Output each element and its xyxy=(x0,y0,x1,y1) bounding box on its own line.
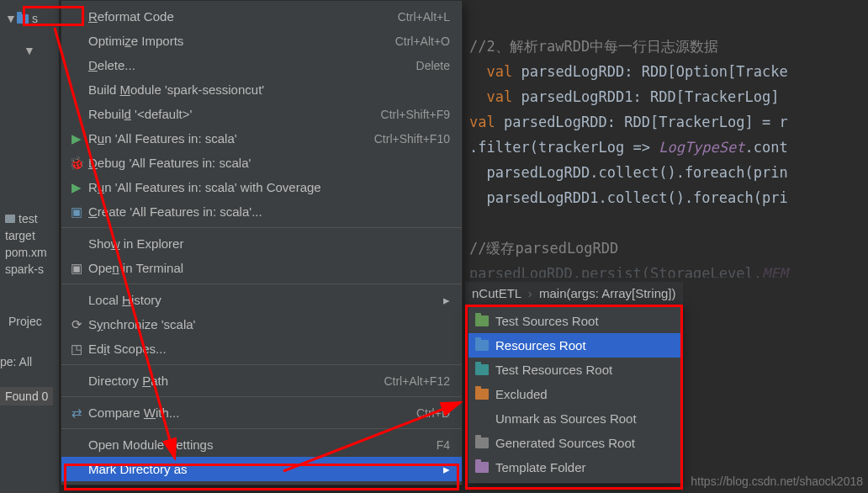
code-comment: //缓存parsedLogRDD xyxy=(469,240,618,257)
menu-separator xyxy=(61,428,462,429)
menu-debug[interactable]: 🐞Debug 'All Features in: scala' xyxy=(61,151,462,175)
folder-icon xyxy=(5,215,15,223)
found-label: Found 0 xyxy=(0,387,53,406)
code-text: .cont xyxy=(745,139,788,156)
menu-label: Create 'All Features in: scala'... xyxy=(88,204,262,219)
shortcut-label: F4 xyxy=(437,438,450,452)
mark-directory-submenu: Test Sources Root Resources Root Test Re… xyxy=(468,305,681,484)
menu-local-history[interactable]: Local History▸ xyxy=(61,288,462,312)
submenu-label: Resources Root xyxy=(495,338,586,353)
create-icon: ▣ xyxy=(68,204,85,220)
tree-label: pom.xm xyxy=(5,246,47,259)
menu-separator xyxy=(61,284,462,284)
submenu-excluded[interactable]: Excluded xyxy=(468,382,680,406)
menu-label: Open in Terminal xyxy=(88,261,183,275)
code-keyword: val xyxy=(469,114,495,130)
submenu-label: Excluded xyxy=(495,387,548,401)
diff-icon: ⇄ xyxy=(68,406,85,421)
menu-compare-with[interactable]: ⇄Compare With...Ctrl+D xyxy=(61,400,462,425)
code-keyword: val xyxy=(486,88,512,105)
chevron-right-icon: ▸ xyxy=(443,462,450,477)
code-text: parsedLogRDD: RDD[TrackerLog] = r xyxy=(495,114,788,130)
submenu-test-resources-root[interactable]: Test Resources Root xyxy=(468,358,680,382)
code-comment: //2、解析rawRDD中每一行日志源数据 xyxy=(469,38,718,55)
scope-label: pe: All xyxy=(0,355,32,368)
submenu-label: Template Folder xyxy=(495,460,586,474)
code-text: parsedLogRDD1.collect().foreach(pri xyxy=(486,189,787,206)
menu-label: Show in Explorer xyxy=(88,236,183,251)
sync-icon: ⟳ xyxy=(68,317,85,332)
project-sidebar: ▼ s ▼ test target pom.xm spark-s xyxy=(0,0,59,493)
menu-edit-scopes[interactable]: ◳Edit Scopes... xyxy=(61,337,462,361)
submenu-generated-sources-root[interactable]: Generated Sources Root xyxy=(468,431,680,455)
tree-node-target[interactable]: target xyxy=(0,227,59,244)
menu-label: Open Module Settings xyxy=(88,437,437,452)
tree-node-child[interactable]: ▼ xyxy=(0,42,59,59)
menu-label: Local History xyxy=(88,293,161,307)
menu-delete[interactable]: Delete...Delete xyxy=(61,53,462,77)
tree-node-spark[interactable]: spark-s xyxy=(0,261,59,278)
chevron-down-icon: ▼ xyxy=(5,12,13,25)
coverage-icon: ▶ xyxy=(68,180,85,195)
folder-icon xyxy=(475,462,489,473)
menu-directory-path[interactable]: Directory PathCtrl+Alt+F12 xyxy=(61,368,462,393)
play-icon: ▶ xyxy=(68,131,85,146)
scopes-icon: ◳ xyxy=(68,342,85,357)
menu-label: Optimize Imports xyxy=(88,34,183,48)
menu-run[interactable]: ▶Run 'All Features in: scala'Ctrl+Shift+… xyxy=(61,126,462,151)
menu-optimize-imports[interactable]: Optimize ImportsCtrl+Alt+O xyxy=(61,29,462,53)
menu-label: Debug 'All Features in: scala' xyxy=(88,156,251,170)
menu-show-explorer[interactable]: Show in Explorer xyxy=(61,231,462,256)
tree-node-src[interactable]: ▼ s xyxy=(0,10,59,27)
breadcrumb[interactable]: nCutETL › main(args: Array[String]) xyxy=(465,282,683,305)
menu-rebuild[interactable]: Rebuild '<default>'Ctrl+Shift+F9 xyxy=(61,102,462,126)
submenu-resources-root[interactable]: Resources Root xyxy=(468,333,680,358)
menu-separator xyxy=(61,364,462,365)
menu-label: Compare With... xyxy=(88,406,179,420)
shortcut-label: Ctrl+D xyxy=(416,406,450,420)
breadcrumb-segment: nCutETL xyxy=(472,286,521,300)
folder-icon xyxy=(475,315,489,326)
menu-label: Directory Path xyxy=(88,374,168,388)
watermark-text: https://blog.csdn.net/shaock2018 xyxy=(691,474,863,488)
shortcut-label: Ctrl+Alt+F12 xyxy=(384,374,450,388)
project-label: Projec xyxy=(8,315,42,328)
menu-open-terminal[interactable]: ▣Open in Terminal xyxy=(61,256,462,280)
submenu-test-sources-root[interactable]: Test Sources Root xyxy=(468,309,680,333)
shortcut-label: Ctrl+Shift+F10 xyxy=(374,132,450,146)
chevron-right-icon: › xyxy=(528,286,532,300)
menu-separator xyxy=(61,227,462,228)
menu-reformat-code[interactable]: Reformat CodeCtrl+Alt+L xyxy=(61,4,462,29)
menu-build-module[interactable]: Build Module 'spark-sessioncut' xyxy=(61,77,462,102)
menu-mark-directory-as[interactable]: Mark Directory as▸ xyxy=(61,457,462,481)
context-menu: Reformat CodeCtrl+Alt+L Optimize Imports… xyxy=(61,0,463,485)
tree-node-pom[interactable]: pom.xm xyxy=(0,244,59,261)
folder-icon xyxy=(475,437,489,448)
code-identifier: MEM xyxy=(762,265,788,278)
submenu-label: Test Sources Root xyxy=(495,314,599,328)
menu-separator xyxy=(61,396,462,397)
submenu-label: Test Resources Root xyxy=(495,363,612,377)
tree-label: target xyxy=(5,229,35,242)
submenu-unmark-sources-root[interactable]: Unmark as Sources Root xyxy=(468,406,680,431)
bug-icon: 🐞 xyxy=(68,156,85,171)
tree-node-test[interactable]: test xyxy=(0,210,59,227)
menu-create-run[interactable]: ▣Create 'All Features in: scala'... xyxy=(61,199,462,224)
menu-open-module-settings[interactable]: Open Module SettingsF4 xyxy=(61,432,462,457)
menu-label: Delete... xyxy=(88,58,135,72)
menu-label: Reformat Code xyxy=(88,9,174,24)
shortcut-label: Ctrl+Shift+F9 xyxy=(381,108,450,121)
submenu-template-folder[interactable]: Template Folder xyxy=(468,455,680,480)
shortcut-label: Delete xyxy=(416,59,450,72)
menu-synchronize[interactable]: ⟳Synchronize 'scala' xyxy=(61,312,462,337)
folder-icon xyxy=(475,364,489,375)
code-text: parsedLogRDD.persist(StorageLevel. xyxy=(469,265,762,278)
code-text: parsedLogRDD.collect().foreach(prin xyxy=(486,164,787,181)
code-editor[interactable]: //2、解析rawRDD中每一行日志源数据 val parsedLogRDD: … xyxy=(463,0,868,278)
tree-label: s xyxy=(32,12,38,25)
submenu-label: Unmark as Sources Root xyxy=(495,411,637,426)
menu-label: Mark Directory as xyxy=(88,462,435,476)
code-keyword: val xyxy=(486,63,512,80)
menu-run-coverage[interactable]: ▶Run 'All Features in: scala' with Cover… xyxy=(61,175,462,199)
code-text: parsedLogRDD: RDD[Option[Tracke xyxy=(512,63,788,80)
